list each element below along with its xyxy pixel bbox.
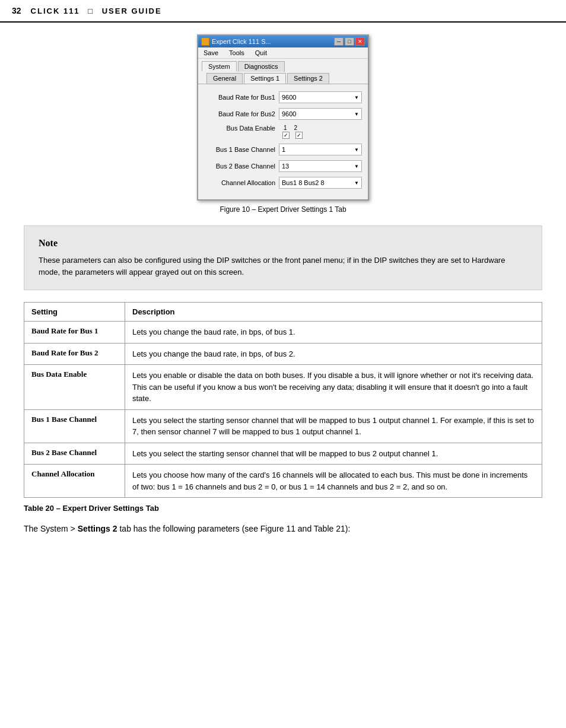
tab-settings1[interactable]: Settings 1 (244, 73, 286, 84)
baud-rate-bus2-row: Baud Rate for Bus2 9600 ▼ (204, 108, 362, 120)
table-row: Bus Data EnableLets you enable or disabl… (24, 365, 542, 410)
tab-general[interactable]: General (206, 73, 243, 84)
table-row: Bus 1 Base ChannelLets you select the st… (24, 409, 542, 443)
bus-checkboxes: ✓ ✓ (282, 132, 303, 139)
page-title: CLICK 111 □ USER GUIDE (31, 7, 162, 15)
bus-data-enable-label: Bus Data Enable (204, 125, 275, 132)
table-cell-description: Lets you choose how many of the card's 1… (125, 465, 542, 498)
footer-text-before: The System > (24, 524, 78, 533)
menu-quit[interactable]: Quit (253, 49, 269, 57)
page-number: 32 (12, 6, 21, 15)
figure-caption: Figure 10 – Expert Driver Settings 1 Tab (220, 205, 346, 214)
table-cell-description: Lets you enable or disable the data on b… (125, 365, 542, 410)
tabs-row1: System Diagnostics (198, 59, 368, 72)
baud-rate-bus1-value: 9600 (282, 94, 296, 101)
menu-save[interactable]: Save (202, 49, 220, 57)
baud-rate-bus1-select[interactable]: 9600 ▼ (279, 91, 362, 103)
table-cell-setting: Baud Rate for Bus 1 (24, 322, 125, 344)
bus-2-checkbox[interactable]: ✓ (295, 132, 303, 139)
tab-system[interactable]: System (202, 61, 237, 72)
page-header: 32 CLICK 111 □ USER GUIDE (0, 0, 566, 23)
channel-allocation-value: Bus1 8 Bus2 8 (282, 179, 325, 186)
titlebar-left: Expert Click 111 S... (201, 37, 271, 46)
bus2-base-channel-row: Bus 2 Base Channel 13 ▼ (204, 160, 362, 172)
win-dialog: Expert Click 111 S... ─ □ ✕ Save Tools Q… (197, 34, 369, 201)
note-box: Note These parameters can also be config… (24, 225, 542, 290)
bus2-base-channel-arrow: ▼ (354, 164, 359, 169)
dialog-title: Expert Click 111 S... (212, 38, 271, 45)
baud-rate-bus1-arrow: ▼ (354, 95, 359, 100)
baud-rate-bus2-arrow: ▼ (354, 112, 359, 117)
tabs-row2: General Settings 1 Settings 2 (198, 72, 368, 84)
bus1-base-channel-arrow: ▼ (354, 147, 359, 152)
note-text: These parameters can also be configured … (39, 255, 527, 278)
channel-allocation-arrow: ▼ (354, 180, 359, 186)
close-button[interactable]: ✕ (355, 37, 365, 46)
settings-table: Setting Description Baud Rate for Bus 1L… (24, 302, 542, 498)
col-description: Description (125, 303, 542, 322)
channel-allocation-row: Channel Allocation Bus1 8 Bus2 8 ▼ (204, 177, 362, 189)
baud-rate-bus2-value: 9600 (282, 110, 296, 117)
table-cell-setting: Bus Data Enable (24, 365, 125, 410)
table-row: Channel AllocationLets you choose how ma… (24, 465, 542, 498)
baud-rate-bus1-row: Baud Rate for Bus1 9600 ▼ (204, 91, 362, 103)
win-menubar: Save Tools Quit (198, 47, 368, 59)
table-caption: Table 20 – Expert Driver Settings Tab (24, 504, 542, 513)
tab-diagnostics[interactable]: Diagnostics (238, 61, 285, 72)
note-title: Note (39, 238, 527, 249)
minimize-button[interactable]: ─ (334, 37, 344, 46)
screenshot-container: Expert Click 111 S... ─ □ ✕ Save Tools Q… (24, 34, 542, 214)
bus-data-enable-row: Bus Data Enable 1 2 ✓ ✓ (204, 125, 362, 139)
table-cell-setting: Bus 1 Base Channel (24, 409, 125, 443)
main-content: Expert Click 111 S... ─ □ ✕ Save Tools Q… (0, 34, 566, 559)
app-icon (201, 37, 209, 46)
bus1-base-channel-label: Bus 1 Base Channel (204, 146, 275, 153)
bus1-base-channel-value: 1 (282, 146, 285, 153)
maximize-button[interactable]: □ (345, 37, 354, 46)
baud-rate-bus1-label: Baud Rate for Bus1 (204, 94, 275, 101)
table-cell-description: Lets you change the baud rate, in bps, o… (125, 343, 542, 365)
win-body: Baud Rate for Bus1 9600 ▼ Baud Rate for … (198, 84, 368, 199)
table-cell-description: Lets you change the baud rate, in bps, o… (125, 322, 542, 344)
bus2-base-channel-label: Bus 2 Base Channel (204, 163, 275, 170)
table-row: Bus 2 Base ChannelLets you select the st… (24, 443, 542, 465)
bus-num-1: 1 (284, 125, 287, 131)
table-cell-setting: Channel Allocation (24, 465, 125, 498)
tab-settings2[interactable]: Settings 2 (287, 73, 329, 84)
bus-data-enable-nums: 1 2 (284, 125, 303, 131)
table-cell-setting: Bus 2 Base Channel (24, 443, 125, 465)
bus1-base-channel-select[interactable]: 1 ▼ (279, 144, 362, 155)
menu-tools[interactable]: Tools (227, 49, 246, 57)
table-cell-description: Lets you select the starting sensor chan… (125, 443, 542, 465)
bus1-base-channel-row: Bus 1 Base Channel 1 ▼ (204, 144, 362, 155)
table-row: Baud Rate for Bus 2Lets you change the b… (24, 343, 542, 365)
bus2-base-channel-value: 13 (282, 163, 289, 170)
table-row: Baud Rate for Bus 1Lets you change the b… (24, 322, 542, 344)
bus-data-enable-group: 1 2 ✓ ✓ (282, 125, 303, 139)
bus-num-2: 2 (294, 125, 298, 131)
table-cell-description: Lets you select the starting sensor chan… (125, 409, 542, 443)
bus2-base-channel-select[interactable]: 13 ▼ (279, 160, 362, 172)
channel-allocation-select[interactable]: Bus1 8 Bus2 8 ▼ (279, 177, 362, 189)
channel-allocation-label: Channel Allocation (204, 179, 275, 186)
win-controls[interactable]: ─ □ ✕ (334, 37, 365, 46)
table-header-row: Setting Description (24, 303, 542, 322)
baud-rate-bus2-label: Baud Rate for Bus2 (204, 110, 275, 117)
footer-text: The System > Settings 2 tab has the foll… (24, 522, 542, 535)
table-cell-setting: Baud Rate for Bus 2 (24, 343, 125, 365)
col-setting: Setting (24, 303, 125, 322)
baud-rate-bus2-select[interactable]: 9600 ▼ (279, 108, 362, 120)
bus-1-checkbox[interactable]: ✓ (282, 132, 290, 139)
footer-bold: Settings 2 (78, 524, 117, 533)
footer-text-after: tab has the following parameters (see Fi… (117, 524, 351, 533)
win-titlebar: Expert Click 111 S... ─ □ ✕ (198, 36, 368, 47)
